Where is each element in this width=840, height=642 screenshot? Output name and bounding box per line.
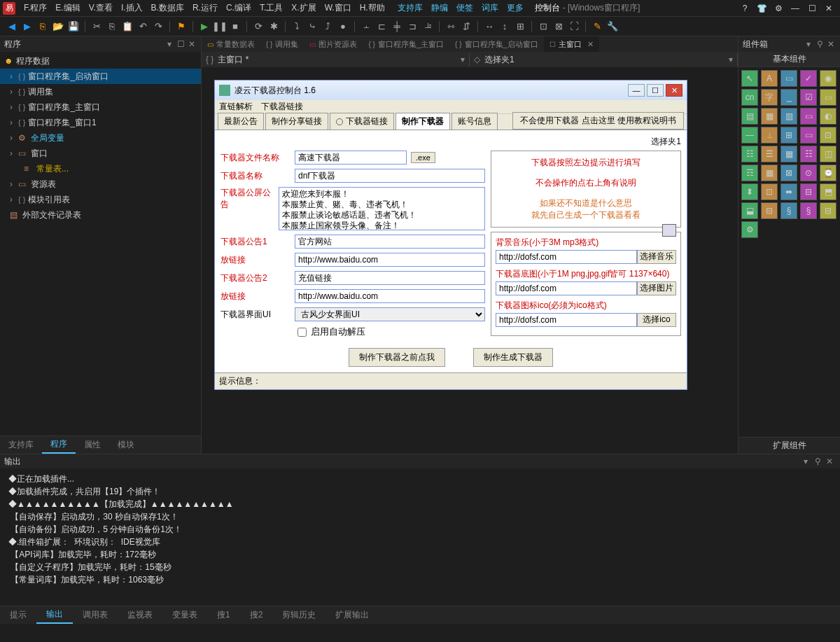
same-height-icon[interactable]: ↕ [498,20,511,33]
doc-tab[interactable]: ▭图片资源表 [304,36,363,52]
tree-item[interactable]: ›{ }模块引用表 [0,192,201,207]
component-cell[interactable]: § [780,202,797,219]
pin-icon[interactable]: ⚲ [815,456,825,466]
component-cell[interactable]: ↖ [741,70,758,87]
copy-icon[interactable]: ⎘ [106,20,118,33]
component-cell[interactable]: ▭ [800,108,817,125]
align-top-icon[interactable]: ⫠ [360,20,372,33]
component-cell[interactable]: ⊞ [780,127,797,144]
component-cell[interactable]: ⊟ [800,183,817,200]
left-tab-program[interactable]: 程序 [42,436,76,454]
component-cell[interactable]: cn [741,89,758,106]
tree-item[interactable]: ›▭窗口 [0,146,201,161]
sim-min-icon[interactable]: — [628,84,645,97]
component-cell[interactable]: 字 [761,89,778,106]
left-tab-property[interactable]: 属性 [76,436,109,454]
component-cell[interactable]: ▭ [800,127,817,144]
menu-static-compile[interactable]: 静编 [427,2,452,14]
output-tab[interactable]: 变量表 [162,606,207,624]
component-cell[interactable]: ▦ [761,108,778,125]
form-designer[interactable]: 凌云下载器控制台 1.6 — ☐ ✕ 直链解析 下载器链接 最新公告制作分享链接… [202,67,738,454]
tutorial-note[interactable]: 不会使用下载器 点击这里 使用教程说明书 [512,112,684,130]
open-icon[interactable]: 📂 [52,20,64,33]
tree-root[interactable]: ☻程序数据 [0,53,201,69]
doc-tab[interactable]: ☐主窗口✕ [544,36,599,52]
close-panel-icon[interactable]: ✕ [826,39,836,49]
component-cell[interactable]: ⌚ [820,165,836,181]
component-cell[interactable]: § [800,202,817,219]
tree-item[interactable]: ▤外部文件记录表 [0,207,201,223]
menu-more[interactable]: 更多 [503,2,528,14]
minimize-icon[interactable]: — [788,3,802,14]
sim-tab[interactable]: 下载器链接 [330,113,394,130]
component-cell[interactable]: ☷ [741,146,758,162]
output-tab[interactable]: 提示 [0,606,36,624]
component-cell[interactable]: ◫ [820,146,836,162]
l1-input[interactable] [295,253,485,267]
align-center-icon[interactable]: ╪ [391,20,403,33]
l2-input[interactable] [295,289,485,303]
sim-tab[interactable]: 制作分享链接 [265,113,328,130]
forward-icon[interactable]: ▶ [21,20,34,33]
align-right-icon[interactable]: ⊐ [406,20,419,33]
output-tab[interactable]: 监视表 [118,606,162,624]
dropdown-icon[interactable]: ▾ [804,39,813,49]
fullscreen-icon[interactable]: ⛶ [568,20,580,33]
menu-support-lib[interactable]: 支持库 [393,2,427,14]
menu-dict[interactable]: 词库 [477,2,503,14]
tree-item[interactable]: ›⚙全局变量 [0,130,201,146]
ann-textarea[interactable] [279,187,485,230]
back-icon[interactable]: ◀ [6,20,18,33]
step-over-icon[interactable]: ⤵ [290,20,303,33]
component-cell[interactable]: ▦ [761,165,778,181]
m1-input[interactable] [496,250,637,264]
breakpoint-icon[interactable]: ● [337,20,349,33]
left-tab-module[interactable]: 模块 [109,436,143,454]
maximize-icon[interactable]: ☐ [805,3,819,14]
sim-close-icon[interactable]: ✕ [666,84,682,97]
context-clip-selector[interactable]: ◇选择夹1▾ [470,54,738,66]
component-cell[interactable]: ⊙ [800,165,817,181]
name-input[interactable] [295,169,485,183]
output-body[interactable]: ◆正在加载插件...◆加载插件完成，共启用【19】个插件！◆▲▲▲▲▲▲▲▲▲▲… [0,468,840,606]
wrench-icon[interactable]: 🔧 [606,20,619,33]
align-left-icon[interactable]: ⊏ [375,20,388,33]
component-cell[interactable]: ▥ [780,108,797,125]
component-cell[interactable]: ⊠ [780,165,797,181]
grid-icon[interactable]: ⊡ [537,20,550,33]
output-tab[interactable]: 扩展输出 [326,606,379,624]
file-input[interactable] [295,151,407,165]
doc-tab[interactable]: ▭常量数据表 [202,36,260,52]
lock-icon[interactable]: ⊠ [552,20,565,33]
save-icon[interactable]: 💾 [67,20,80,33]
tree-item[interactable]: ›{ }窗口程序集_主窗口 [0,99,201,115]
menu-edit[interactable]: E.编辑 [51,2,84,14]
before-make-button[interactable]: 制作下载器之前点我 [349,348,445,367]
dropdown-icon[interactable]: ▾ [164,39,174,49]
component-cell[interactable]: ◉ [820,70,836,87]
output-tab[interactable]: 搜2 [240,606,273,624]
component-cell[interactable]: ⬍ [741,183,758,200]
close-panel-icon[interactable]: ✕ [187,39,197,49]
component-cell[interactable]: ◐ [820,108,836,125]
dropdown-icon[interactable]: ▾ [804,456,813,466]
left-tab-support[interactable]: 支持库 [0,436,42,454]
stop-icon[interactable]: ■ [229,20,241,33]
dist-h-icon[interactable]: ⇿ [444,20,457,33]
pin-icon[interactable]: ⚲ [815,39,825,49]
component-cell[interactable]: ⟂ [761,127,778,144]
component-cell[interactable]: ⎯ [780,89,797,106]
component-cell[interactable]: ▦ [780,146,797,162]
menu-help[interactable]: H.帮助 [356,2,389,14]
component-cell[interactable]: A [761,70,778,87]
tree-item[interactable]: ›▭资源表 [0,176,201,192]
component-cell[interactable]: ☷ [800,146,817,162]
same-size-icon[interactable]: ⊞ [514,20,526,33]
help-icon[interactable]: ? [738,3,752,14]
dock-icon[interactable]: ☐ [176,39,186,49]
redo-icon[interactable]: ↷ [152,20,164,33]
menu-file[interactable]: F.程序 [20,2,51,14]
tree-item[interactable]: ≡常量表... [0,161,201,176]
doc-tab[interactable]: { }窗口程序集_主窗口 [363,36,449,52]
cut-icon[interactable]: ✂ [90,20,103,33]
